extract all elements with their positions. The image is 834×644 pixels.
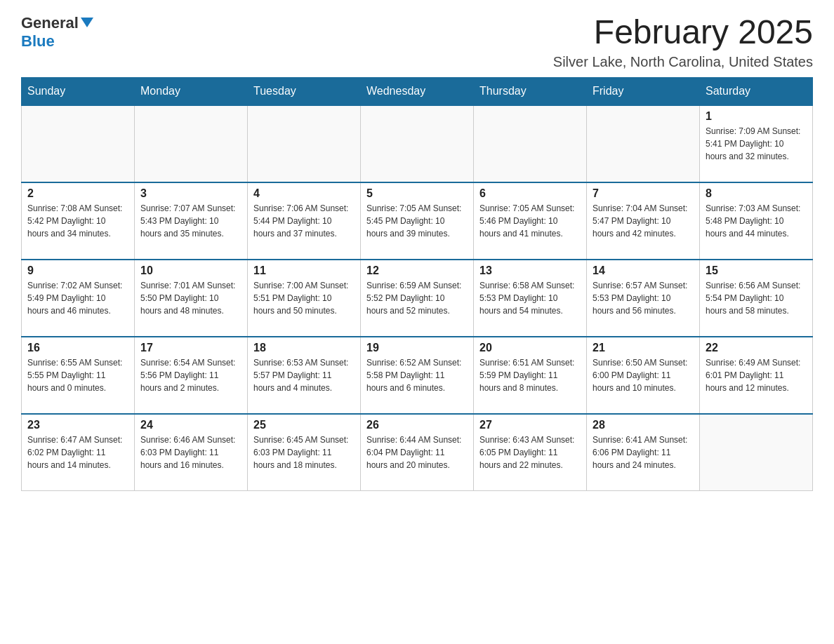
day-info: Sunrise: 6:43 AM Sunset: 6:05 PM Dayligh…	[479, 434, 581, 471]
day-info: Sunrise: 6:46 AM Sunset: 6:03 PM Dayligh…	[140, 434, 241, 471]
logo-general-text: General	[21, 14, 79, 32]
title-area: February 2025 Silver Lake, North Carolin…	[553, 14, 813, 70]
table-row: 19Sunrise: 6:52 AM Sunset: 5:58 PM Dayli…	[361, 337, 474, 414]
table-row: 5Sunrise: 7:05 AM Sunset: 5:45 PM Daylig…	[361, 182, 474, 260]
day-number: 11	[253, 264, 355, 277]
table-row	[474, 105, 587, 182]
day-number: 5	[366, 187, 468, 200]
day-info: Sunrise: 7:05 AM Sunset: 5:45 PM Dayligh…	[366, 202, 468, 240]
day-info: Sunrise: 7:07 AM Sunset: 5:43 PM Dayligh…	[140, 202, 241, 240]
calendar-week-3: 9Sunrise: 7:02 AM Sunset: 5:49 PM Daylig…	[22, 260, 813, 337]
day-number: 21	[593, 342, 694, 354]
calendar-week-5: 23Sunrise: 6:47 AM Sunset: 6:02 PM Dayli…	[22, 414, 813, 491]
day-info: Sunrise: 7:02 AM Sunset: 5:49 PM Dayligh…	[27, 279, 128, 317]
table-row: 11Sunrise: 7:00 AM Sunset: 5:51 PM Dayli…	[248, 260, 361, 337]
table-row: 15Sunrise: 6:56 AM Sunset: 5:54 PM Dayli…	[700, 260, 813, 337]
day-number: 26	[366, 419, 468, 431]
day-number: 6	[479, 187, 581, 200]
day-number: 8	[706, 187, 807, 200]
day-info: Sunrise: 7:06 AM Sunset: 5:44 PM Dayligh…	[253, 202, 355, 240]
day-number: 13	[479, 264, 581, 277]
col-wednesday: Wednesday	[361, 77, 474, 105]
day-number: 2	[27, 187, 128, 200]
table-row	[587, 105, 700, 182]
day-number: 14	[593, 264, 694, 277]
day-number: 25	[253, 419, 355, 431]
calendar-week-1: 1Sunrise: 7:09 AM Sunset: 5:41 PM Daylig…	[22, 105, 813, 182]
day-info: Sunrise: 6:50 AM Sunset: 6:00 PM Dayligh…	[593, 356, 694, 394]
day-number: 18	[253, 342, 355, 354]
day-info: Sunrise: 7:09 AM Sunset: 5:41 PM Dayligh…	[706, 125, 807, 163]
day-info: Sunrise: 7:04 AM Sunset: 5:47 PM Dayligh…	[593, 202, 694, 240]
day-info: Sunrise: 6:53 AM Sunset: 5:57 PM Dayligh…	[253, 356, 355, 394]
day-info: Sunrise: 7:01 AM Sunset: 5:50 PM Dayligh…	[140, 279, 241, 317]
table-row: 10Sunrise: 7:01 AM Sunset: 5:50 PM Dayli…	[135, 260, 248, 337]
table-row	[22, 105, 135, 182]
table-row: 26Sunrise: 6:44 AM Sunset: 6:04 PM Dayli…	[361, 414, 474, 491]
page-header: General Blue February 2025 Silver Lake, …	[21, 14, 813, 70]
day-number: 24	[140, 419, 241, 431]
day-number: 9	[27, 264, 128, 277]
day-info: Sunrise: 6:51 AM Sunset: 5:59 PM Dayligh…	[479, 356, 581, 394]
day-number: 27	[479, 419, 581, 431]
table-row	[700, 414, 813, 491]
table-row: 24Sunrise: 6:46 AM Sunset: 6:03 PM Dayli…	[135, 414, 248, 491]
logo-blue-text: Blue	[21, 32, 55, 51]
day-info: Sunrise: 7:03 AM Sunset: 5:48 PM Dayligh…	[706, 202, 807, 240]
table-row	[361, 105, 474, 182]
day-number: 4	[253, 187, 355, 200]
table-row: 8Sunrise: 7:03 AM Sunset: 5:48 PM Daylig…	[700, 182, 813, 260]
day-info: Sunrise: 6:58 AM Sunset: 5:53 PM Dayligh…	[479, 279, 581, 317]
day-info: Sunrise: 6:57 AM Sunset: 5:53 PM Dayligh…	[593, 279, 694, 317]
day-info: Sunrise: 7:08 AM Sunset: 5:42 PM Dayligh…	[27, 202, 128, 240]
day-number: 16	[27, 342, 128, 354]
calendar-table: Sunday Monday Tuesday Wednesday Thursday…	[21, 77, 813, 492]
table-row	[248, 105, 361, 182]
day-info: Sunrise: 6:59 AM Sunset: 5:52 PM Dayligh…	[366, 279, 468, 317]
logo-triangle-icon	[81, 18, 93, 30]
day-number: 20	[479, 342, 581, 354]
day-info: Sunrise: 7:05 AM Sunset: 5:46 PM Dayligh…	[479, 202, 581, 240]
table-row: 25Sunrise: 6:45 AM Sunset: 6:03 PM Dayli…	[248, 414, 361, 491]
calendar-week-4: 16Sunrise: 6:55 AM Sunset: 5:55 PM Dayli…	[22, 337, 813, 414]
day-number: 12	[366, 264, 468, 277]
table-row: 20Sunrise: 6:51 AM Sunset: 5:59 PM Dayli…	[474, 337, 587, 414]
logo: General Blue	[21, 14, 93, 51]
table-row: 4Sunrise: 7:06 AM Sunset: 5:44 PM Daylig…	[248, 182, 361, 260]
day-info: Sunrise: 6:45 AM Sunset: 6:03 PM Dayligh…	[253, 434, 355, 471]
day-info: Sunrise: 6:54 AM Sunset: 5:56 PM Dayligh…	[140, 356, 241, 394]
col-tuesday: Tuesday	[248, 77, 361, 105]
day-number: 10	[140, 264, 241, 277]
day-info: Sunrise: 6:55 AM Sunset: 5:55 PM Dayligh…	[27, 356, 128, 394]
day-info: Sunrise: 6:52 AM Sunset: 5:58 PM Dayligh…	[366, 356, 468, 394]
day-info: Sunrise: 7:00 AM Sunset: 5:51 PM Dayligh…	[253, 279, 355, 317]
table-row: 27Sunrise: 6:43 AM Sunset: 6:05 PM Dayli…	[474, 414, 587, 491]
day-number: 17	[140, 342, 241, 354]
table-row: 1Sunrise: 7:09 AM Sunset: 5:41 PM Daylig…	[700, 105, 813, 182]
month-title: February 2025	[553, 14, 813, 51]
table-row: 22Sunrise: 6:49 AM Sunset: 6:01 PM Dayli…	[700, 337, 813, 414]
table-row	[135, 105, 248, 182]
col-thursday: Thursday	[474, 77, 587, 105]
table-row: 21Sunrise: 6:50 AM Sunset: 6:00 PM Dayli…	[587, 337, 700, 414]
day-number: 7	[593, 187, 694, 200]
table-row: 6Sunrise: 7:05 AM Sunset: 5:46 PM Daylig…	[474, 182, 587, 260]
calendar-header-row: Sunday Monday Tuesday Wednesday Thursday…	[22, 77, 813, 105]
col-monday: Monday	[135, 77, 248, 105]
day-number: 19	[366, 342, 468, 354]
table-row: 3Sunrise: 7:07 AM Sunset: 5:43 PM Daylig…	[135, 182, 248, 260]
table-row: 7Sunrise: 7:04 AM Sunset: 5:47 PM Daylig…	[587, 182, 700, 260]
svg-marker-0	[81, 18, 93, 27]
day-number: 28	[593, 419, 694, 431]
table-row: 9Sunrise: 7:02 AM Sunset: 5:49 PM Daylig…	[22, 260, 135, 337]
col-friday: Friday	[587, 77, 700, 105]
day-info: Sunrise: 6:41 AM Sunset: 6:06 PM Dayligh…	[593, 434, 694, 471]
col-sunday: Sunday	[22, 77, 135, 105]
table-row: 23Sunrise: 6:47 AM Sunset: 6:02 PM Dayli…	[22, 414, 135, 491]
table-row: 17Sunrise: 6:54 AM Sunset: 5:56 PM Dayli…	[135, 337, 248, 414]
day-number: 1	[706, 110, 807, 123]
table-row: 28Sunrise: 6:41 AM Sunset: 6:06 PM Dayli…	[587, 414, 700, 491]
table-row: 2Sunrise: 7:08 AM Sunset: 5:42 PM Daylig…	[22, 182, 135, 260]
day-number: 22	[706, 342, 807, 354]
location-subtitle: Silver Lake, North Carolina, United Stat…	[553, 54, 813, 70]
